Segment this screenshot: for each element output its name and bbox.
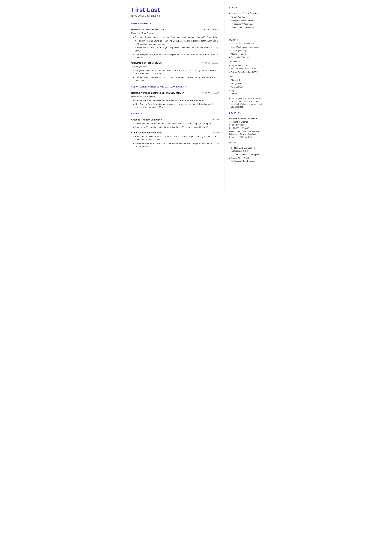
list-item: Resolved an ETL issue per PL/SQL best pr…: [133, 46, 220, 52]
list-item: Resolved network, hardware, software, an…: [133, 99, 220, 102]
other-divider: [229, 145, 262, 145]
list-item: Created NoSQL databases that harvest dat…: [133, 126, 220, 129]
list-item: Apache Spark: [229, 86, 262, 89]
projects-heading: PROJECTS: [131, 112, 220, 115]
volunteer-1-bullets: Resolved network, hardware, software, an…: [131, 99, 220, 109]
job-2-bullets: Designed and tested SQL-driven applicati…: [131, 69, 220, 82]
list-item: Developing Theories: [229, 56, 262, 59]
list-item: PostgreSQL: [229, 82, 262, 85]
job-1-company: Resume Worded, New York, NY: [131, 28, 164, 31]
promo-text: Don't forget to use Resume Worded to sca…: [229, 97, 262, 108]
project-2-header: Cloud Transactions Revisited 04/2009: [131, 131, 220, 134]
edu-awards: Awards: Resume Worded Teaching Fellow (o…: [229, 130, 262, 139]
right-column: CONTACT Newark, NJ (Open to Remote) +1-2…: [224, 0, 267, 189]
techniques-label: Techniques:: [229, 60, 262, 63]
list-item: SQL: [229, 89, 262, 92]
left-column: First Last Entry Level Data Engineer WOR…: [125, 0, 224, 189]
list-item: Data Analysis (Advanced): [229, 42, 262, 45]
job-1-bullets: Evaluated the workflow and efficiency of…: [131, 36, 220, 59]
list-item: Machine learning: [229, 53, 262, 56]
list-item: Amazon Web Services (AWS): [229, 67, 262, 70]
job-2-header: Growthsi, San Francisco, CA 06/2010 – 12…: [131, 61, 220, 65]
other-heading: OTHER: [229, 141, 262, 144]
candidate-subtitle: Entry Level Data Engineer: [131, 14, 220, 18]
contact-divider: [229, 10, 262, 10]
project-1-header: Creating Resilient Databases 05/2009: [131, 118, 220, 121]
list-item: Data Warehousing (Experienced): [229, 46, 262, 49]
edu-institution: Resume Worded University: [229, 117, 262, 120]
list-item: Developed queries and shell scripts that…: [133, 142, 220, 148]
list-item: Reengineered a server application with t…: [133, 135, 220, 141]
techniques-list: Big Data Analytics Amazon Web Services (…: [229, 64, 262, 74]
tools-list: MongoDB PostgreSQL Apache Spark SQL Pyth…: [229, 79, 262, 95]
job-1-header: Resume Worded, New York, NY 01/2015 – Pr…: [131, 28, 220, 31]
job-1-dates: 01/2015 – Present: [203, 28, 219, 31]
list-item: email@resumeworded.com: [229, 19, 262, 22]
list-item: Python: [229, 92, 262, 95]
list-item: +1-234-456-789: [229, 15, 262, 19]
volunteer-1-dates: 06/2009 – 04/2010: [202, 91, 219, 94]
resume-page: First Last Entry Level Data Engineer WOR…: [125, 0, 267, 189]
project-2-bullets: Reengineered a server application with t…: [131, 135, 220, 148]
list-item: Assisted in creating a data pipeline usi…: [133, 39, 220, 45]
list-item: Reorganized a codebase with 2200+ lines …: [133, 76, 220, 82]
volunteer-1-title: Desktop Support Engineer: [131, 95, 220, 98]
list-item: Cloudera Certified Data Engineer: [229, 153, 262, 156]
skills-divider: [229, 37, 262, 37]
volunteer-1-company: Resume Worded's Business Society, New Yo…: [131, 91, 185, 95]
volunteer-1-header: Resume Worded's Business Society, New Yo…: [131, 91, 220, 95]
contact-list: Newark, NJ (Open to Remote) +1-234-456-7…: [229, 12, 262, 29]
education-heading: EDUCATION: [229, 112, 262, 114]
work-divider: [131, 26, 220, 26]
list-item: Google Cloud Certified Professional Data…: [229, 157, 262, 163]
project-1-name: Creating Resilient Databases: [131, 118, 162, 121]
list-item: MongoDB: [229, 79, 262, 82]
list-item: linkedin.com/in/username: [229, 23, 262, 26]
hard-skills-label: Hard Skills:: [229, 39, 262, 42]
edu-field: Computer Science: [229, 124, 262, 126]
list-item: Identified and fixed the root cause of s…: [133, 103, 220, 109]
list-item: Data Engineering: [229, 49, 262, 52]
job-2-dates: 06/2010 – 12/2014: [202, 61, 219, 64]
work-experience-heading: WORK EXPERIENCE: [131, 22, 220, 25]
list-item: Certified Data Management Professional (…: [229, 147, 262, 153]
list-item: Big Data Analytics: [229, 64, 262, 67]
tools-label: Tools:: [229, 75, 262, 78]
project-1-date: 05/2009: [212, 118, 220, 121]
candidate-name: First Last: [131, 6, 220, 13]
skills-heading: SKILLS: [229, 33, 262, 36]
project-2-name: Cloud Transactions Revisited: [131, 131, 162, 134]
other-list: Certified Data Management Professional (…: [229, 147, 262, 163]
list-item: Developed 20+ scalable databases capable…: [133, 122, 220, 125]
list-item: Designed and tested SQL-driven applicati…: [133, 69, 220, 75]
volunteering-heading: VOLUNTEERING ACTIVITIES AND EXTRACURRICU…: [131, 85, 220, 88]
job-2-title: SQL Programmer: [131, 65, 220, 68]
job-2-company: Growthsi, San Francisco, CA: [131, 61, 162, 65]
list-item: github.com/resumeworded: [229, 26, 262, 29]
list-item: Newark, NJ (Open to Remote): [229, 12, 262, 15]
job-1-title: Entry Level Data Engineer: [131, 32, 220, 35]
list-item: Co-developed an SQL server database syst…: [133, 53, 220, 59]
project-2-date: 04/2009: [212, 131, 220, 134]
promo-link[interactable]: Resume Worded: [247, 97, 261, 99]
edu-location-date: Boston, MA — 05/2010: [229, 126, 262, 129]
projects-divider: [131, 116, 220, 116]
list-item: Extract, Transform, Load (ETL): [229, 71, 262, 74]
list-item: Evaluated the workflow and efficiency of…: [133, 36, 220, 39]
hard-skills-list: Data Analysis (Advanced) Data Warehousin…: [229, 42, 262, 59]
contact-heading: CONTACT: [229, 6, 262, 9]
project-1-bullets: Developed 20+ scalable databases capable…: [131, 122, 220, 129]
edu-degree: Associate of Science: [229, 120, 262, 124]
